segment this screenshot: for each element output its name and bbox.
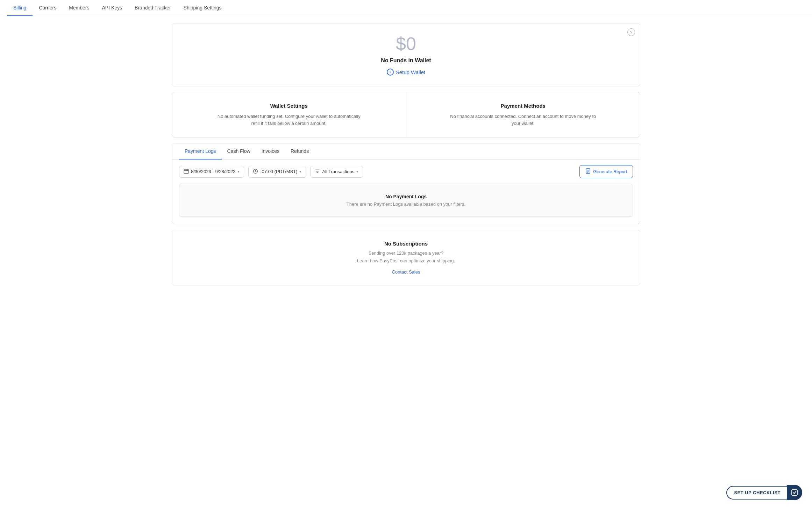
wallet-settings-desc: No automated wallet funding set. Configu… <box>215 113 362 127</box>
filter-icon <box>315 169 320 175</box>
logs-card: Payment Logs Cash Flow Invoices Refunds <box>172 143 640 224</box>
setup-checklist-icon[interactable] <box>787 485 802 500</box>
empty-payment-logs: No Payment Logs There are no Payment Log… <box>179 184 633 217</box>
subscriptions-desc: Sending over 120k packages a year? Learn… <box>179 249 633 265</box>
timezone-chevron-icon: ▾ <box>299 169 301 174</box>
svg-line-6 <box>256 171 257 172</box>
generate-report-button[interactable]: Generate Report <box>579 165 633 178</box>
payment-methods-desc: No financial accounts connected. Connect… <box>450 113 597 127</box>
top-nav: Billing Carriers Members API Keys Brande… <box>0 0 812 16</box>
transaction-filter[interactable]: All Transactions ▾ <box>310 166 363 178</box>
contact-sales-link[interactable]: Contact Sales <box>392 269 420 275</box>
svg-rect-11 <box>792 490 797 495</box>
tab-api-keys[interactable]: API Keys <box>96 0 129 16</box>
wallet-label: No Funds in Wallet <box>179 57 633 64</box>
payment-methods-col: Payment Methods No financial accounts co… <box>406 92 640 137</box>
tab-branded-tracker[interactable]: Branded Tracker <box>128 0 177 16</box>
transaction-chevron-icon: ▾ <box>356 169 358 174</box>
subscriptions-title: No Subscriptions <box>179 241 633 247</box>
payment-methods-title: Payment Methods <box>415 103 632 109</box>
date-range-filter[interactable]: 8/30/2023 - 9/28/2023 ▾ <box>179 166 244 178</box>
tab-payment-logs[interactable]: Payment Logs <box>179 143 222 160</box>
transaction-filter-value: All Transactions <box>322 169 354 174</box>
date-chevron-icon: ▾ <box>237 169 240 174</box>
page-wrapper: Billing Carriers Members API Keys Brande… <box>0 0 812 510</box>
no-payment-logs-title: No Payment Logs <box>186 194 626 199</box>
tab-cash-flow[interactable]: Cash Flow <box>222 143 256 160</box>
settings-row: Wallet Settings No automated wallet fund… <box>172 92 640 137</box>
setup-wallet-text: Setup Wallet <box>396 69 426 75</box>
svg-rect-0 <box>184 169 188 173</box>
tab-members[interactable]: Members <box>63 0 95 16</box>
help-icon[interactable]: ? <box>627 28 635 36</box>
generate-report-label: Generate Report <box>593 169 627 174</box>
wallet-settings-col: Wallet Settings No automated wallet fund… <box>172 92 406 137</box>
doc-icon <box>585 168 591 175</box>
timezone-value: -07:00 (PDT/MST) <box>260 169 297 174</box>
clock-icon <box>253 169 258 175</box>
tab-invoices[interactable]: Invoices <box>256 143 285 160</box>
plus-circle-icon: + <box>387 69 394 76</box>
tab-shipping-settings[interactable]: Shipping Settings <box>177 0 228 16</box>
filters-row: 8/30/2023 - 9/28/2023 ▾ -07:00 (PDT/MST)… <box>172 160 640 184</box>
wallet-settings-title: Wallet Settings <box>180 103 398 109</box>
tab-carriers[interactable]: Carriers <box>33 0 63 16</box>
svg-line-13 <box>794 491 796 494</box>
subscriptions-card: No Subscriptions Sending over 120k packa… <box>172 230 640 285</box>
setup-checklist-label[interactable]: SET UP CHECKLIST <box>726 486 787 500</box>
tab-refunds[interactable]: Refunds <box>285 143 314 160</box>
no-payment-logs-desc: There are no Payment Logs available base… <box>186 201 626 207</box>
date-range-value: 8/30/2023 - 9/28/2023 <box>191 169 235 174</box>
wallet-card: ? $0 No Funds in Wallet + Setup Wallet <box>172 23 640 86</box>
tab-billing[interactable]: Billing <box>7 0 33 16</box>
timezone-filter[interactable]: -07:00 (PDT/MST) ▾ <box>248 166 306 178</box>
setup-wallet-link[interactable]: + Setup Wallet <box>387 69 426 76</box>
wallet-amount: $0 <box>179 34 633 54</box>
main-content: ? $0 No Funds in Wallet + Setup Wallet W… <box>165 16 647 298</box>
calendar-icon <box>184 169 189 175</box>
inner-tabs: Payment Logs Cash Flow Invoices Refunds <box>172 143 640 160</box>
setup-checklist-button[interactable]: SET UP CHECKLIST <box>726 485 802 500</box>
